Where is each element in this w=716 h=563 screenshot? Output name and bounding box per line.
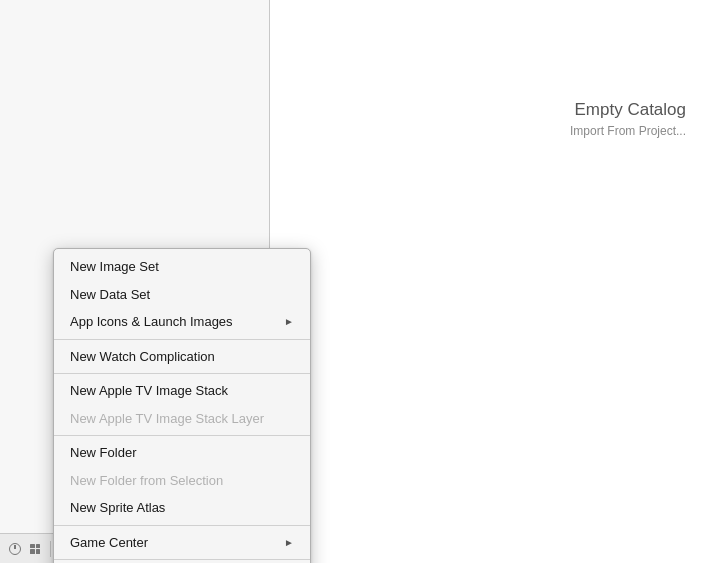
menu-separator-5 xyxy=(54,559,310,560)
menu-item-new-sprite-atlas[interactable]: New Sprite Atlas xyxy=(54,494,310,522)
main-area: Empty Catalog Import From Project... xyxy=(270,0,716,563)
menu-separator-3 xyxy=(54,435,310,436)
history-icon-button[interactable] xyxy=(6,540,24,558)
menu-item-new-folder-from-selection: New Folder from Selection xyxy=(54,467,310,495)
menu-item-new-apple-tv-image-stack-layer: New Apple TV Image Stack Layer xyxy=(54,405,310,433)
toolbar-divider xyxy=(50,541,51,557)
import-from-project-link[interactable]: Import From Project... xyxy=(570,124,686,138)
history-icon xyxy=(9,543,21,555)
menu-separator-4 xyxy=(54,525,310,526)
empty-catalog-title: Empty Catalog xyxy=(575,100,687,120)
menu-item-game-center[interactable]: Game Center ► xyxy=(54,529,310,557)
menu-item-new-apple-tv-image-stack[interactable]: New Apple TV Image Stack xyxy=(54,377,310,405)
menu-item-new-folder[interactable]: New Folder xyxy=(54,439,310,467)
menu-separator-2 xyxy=(54,373,310,374)
main-content: New Image Set New Data Set App Icons & L… xyxy=(0,0,716,563)
grid-icon-button[interactable] xyxy=(26,540,44,558)
menu-item-new-data-set[interactable]: New Data Set xyxy=(54,281,310,309)
menu-item-new-image-set[interactable]: New Image Set xyxy=(54,253,310,281)
submenu-arrow-icon: ► xyxy=(284,314,294,329)
toolbar-icons-left xyxy=(6,540,44,558)
menu-separator-1 xyxy=(54,339,310,340)
menu-item-new-watch-complication[interactable]: New Watch Complication xyxy=(54,343,310,371)
app-window: New Image Set New Data Set App Icons & L… xyxy=(0,0,716,563)
submenu-arrow-game-center-icon: ► xyxy=(284,535,294,550)
grid-icon xyxy=(30,544,40,554)
sidebar: New Image Set New Data Set App Icons & L… xyxy=(0,0,270,563)
menu-item-app-icons-launch[interactable]: App Icons & Launch Images ► xyxy=(54,308,310,336)
empty-state: Empty Catalog Import From Project... xyxy=(570,100,686,138)
context-menu: New Image Set New Data Set App Icons & L… xyxy=(53,248,311,563)
